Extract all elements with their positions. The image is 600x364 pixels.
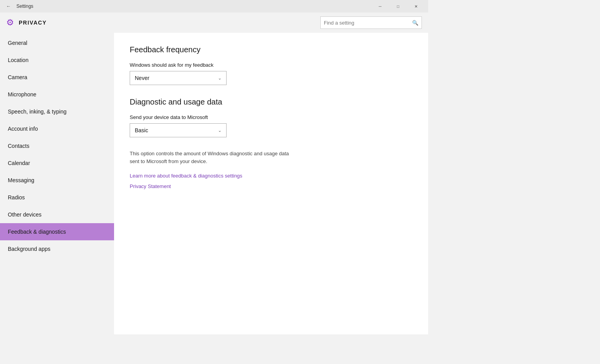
title-bar-title: Settings [16, 4, 371, 9]
sidebar-item-general[interactable]: General [0, 34, 114, 51]
diagnostic-section: Diagnostic and usage data Send your devi… [130, 98, 412, 189]
minimize-button[interactable]: ─ [371, 0, 389, 12]
app-title: PRIVACY [19, 20, 47, 26]
chevron-down-icon: ⌄ [218, 128, 221, 133]
sidebar-item-feedback-diagnostics[interactable]: Feedback & diagnostics [0, 223, 114, 240]
learn-more-link[interactable]: Learn more about feedback & diagnostics … [130, 173, 412, 179]
title-bar: ← Settings ─ □ ✕ [0, 0, 428, 12]
diagnostic-description: This option controls the amount of Windo… [130, 150, 294, 165]
sidebar: General Location Camera Microphone Speec… [0, 33, 114, 334]
sidebar-item-other-devices[interactable]: Other devices [0, 206, 114, 223]
app-header: ⚙ PRIVACY 🔍 [0, 12, 428, 33]
sidebar-item-account-info[interactable]: Account info [0, 120, 114, 137]
sidebar-item-microphone[interactable]: Microphone [0, 86, 114, 103]
content-area: Feedback frequency Windows should ask fo… [114, 33, 428, 334]
diagnostic-data-dropdown[interactable]: Basic ⌄ [130, 123, 227, 137]
sidebar-item-background-apps[interactable]: Background apps [0, 240, 114, 257]
feedback-section-title: Feedback frequency [130, 45, 412, 54]
sidebar-item-camera[interactable]: Camera [0, 69, 114, 86]
sidebar-item-contacts[interactable]: Contacts [0, 137, 114, 154]
sidebar-item-calendar[interactable]: Calendar [0, 154, 114, 172]
feedback-frequency-dropdown[interactable]: Never ⌄ [130, 71, 227, 85]
sidebar-item-radios[interactable]: Radios [0, 189, 114, 206]
search-icon: 🔍 [412, 20, 418, 26]
chevron-down-icon: ⌄ [218, 76, 221, 81]
maximize-button[interactable]: □ [389, 0, 407, 12]
privacy-icon: ⚙ [6, 18, 14, 28]
search-input[interactable] [324, 20, 412, 26]
window-controls: ─ □ ✕ [371, 0, 425, 12]
diagnostic-data-value: Basic [135, 127, 148, 133]
privacy-statement-link[interactable]: Privacy Statement [130, 183, 412, 189]
sidebar-item-speech[interactable]: Speech, inking, & typing [0, 103, 114, 120]
feedback-frequency-value: Never [135, 75, 149, 81]
sidebar-item-messaging[interactable]: Messaging [0, 172, 114, 189]
diagnostic-section-title: Diagnostic and usage data [130, 98, 412, 107]
diagnostic-field-label: Send your device data to Microsoft [130, 114, 412, 120]
sidebar-item-location[interactable]: Location [0, 51, 114, 69]
feedback-field-label: Windows should ask for my feedback [130, 62, 412, 68]
back-button[interactable]: ← [3, 1, 14, 12]
close-button[interactable]: ✕ [407, 0, 425, 12]
main-layout: General Location Camera Microphone Speec… [0, 33, 428, 334]
search-box[interactable]: 🔍 [320, 16, 422, 29]
feedback-section: Feedback frequency Windows should ask fo… [130, 45, 412, 85]
